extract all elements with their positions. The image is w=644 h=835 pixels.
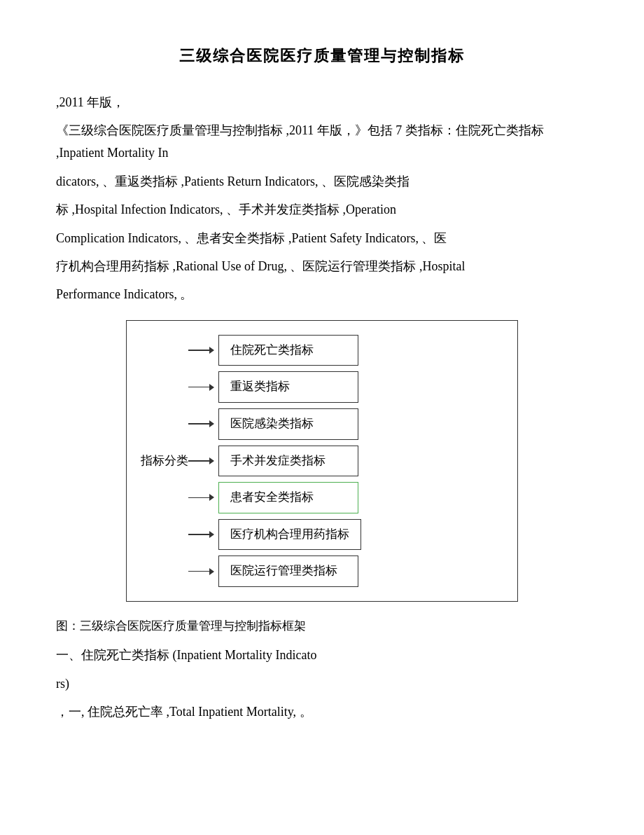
diagram-arrow: [188, 347, 214, 354]
diagram-box-0: 住院死亡类指标: [218, 335, 358, 366]
paragraph-1c: 标 ,Hospital Infection Indicators, 、手术并发症…: [56, 198, 588, 221]
diagram-arrow: [188, 494, 214, 501]
diagram-box-1: 重返类指标: [218, 371, 358, 403]
diagram-arrow: [188, 457, 214, 464]
diagram-left-label: 指标分类: [141, 450, 188, 472]
diagram-arrow: [188, 420, 214, 427]
intro-year: ,2011 年版，: [56, 91, 588, 113]
section1-item1: ，一, 住院总死亡率 ,Total Inpatient Mortality, 。: [56, 701, 588, 723]
diagram-row: 重返类指标: [188, 371, 503, 403]
diagram-row: 住院死亡类指标: [188, 335, 503, 366]
diagram-caption: 图：三级综合医院医疗质量管理与控制指标框架: [56, 616, 588, 637]
diagram-box-4: 患者安全类指标: [218, 482, 358, 513]
diagram-row: 医院运行管理类指标: [188, 555, 503, 587]
paragraph-1a: 《三级综合医院医疗质量管理与控制指标 ,2011 年版，》包括 7 类指标：住院…: [56, 119, 588, 165]
diagram-box-2: 医院感染类指标: [218, 408, 358, 440]
diagram-row: 医院感染类指标: [188, 408, 503, 440]
diagram-row: 患者安全类指标: [188, 482, 503, 513]
paragraph-1b: dicators, 、重返类指标 ,Patients Return Indica…: [56, 170, 588, 193]
paragraph-1f: Performance Indicators, 。: [56, 283, 588, 305]
diagram-row: 手术并发症类指标: [188, 446, 503, 477]
diagram-container: 指标分类 住院死亡类指标重返类指标医院感染类指标手术并发症类指标患者安全类指标医…: [126, 320, 518, 602]
diagram-box-6: 医院运行管理类指标: [218, 555, 358, 587]
section1-heading2: rs): [56, 672, 588, 695]
section1-heading: 一、住院死亡类指标 (Inpatient Mortality Indicato: [56, 644, 588, 666]
diagram-box-3: 手术并发症类指标: [218, 446, 358, 477]
diagram-arrow: [188, 384, 214, 391]
page-title: 三级综合医院医疗质量管理与控制指标: [56, 42, 588, 70]
paragraph-1d: Complication Indicators, 、患者安全类指标 ,Patie…: [56, 227, 588, 249]
diagram-arrow: [188, 531, 214, 538]
diagram-row: 医疗机构合理用药指标: [188, 519, 503, 551]
paragraph-1e: 疗机构合理用药指标 ,Rational Use of Drug, 、医院运行管理…: [56, 255, 588, 277]
diagram-box-5: 医疗机构合理用药指标: [218, 519, 361, 551]
diagram-boxes-list: 住院死亡类指标重返类指标医院感染类指标手术并发症类指标患者安全类指标医疗机构合理…: [188, 335, 503, 587]
diagram-arrow: [188, 568, 214, 575]
